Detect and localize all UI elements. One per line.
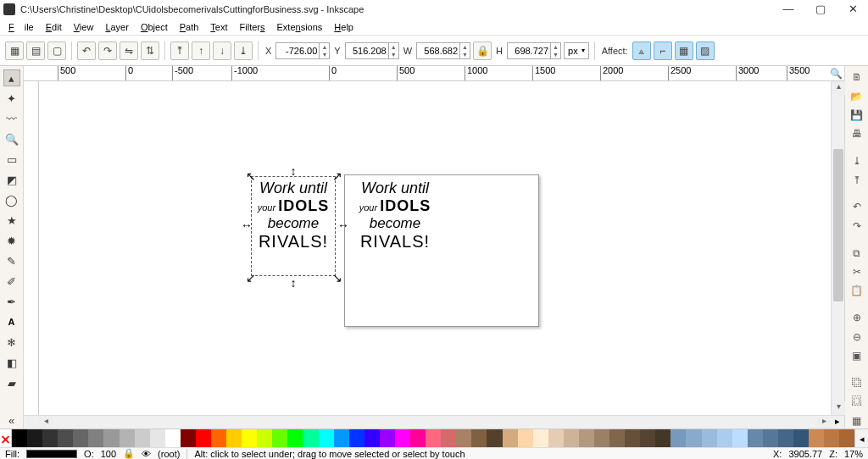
color-swatch[interactable] — [686, 429, 701, 447]
color-swatch[interactable] — [395, 429, 410, 447]
handle-se[interactable]: ↘ — [332, 273, 342, 283]
color-swatch[interactable] — [579, 429, 594, 447]
handle-sw[interactable]: ↙ — [246, 273, 256, 283]
palette-left-arrow[interactable]: « — [3, 412, 20, 429]
menu-path[interactable]: Path — [175, 20, 204, 34]
minimize-button[interactable]: — — [776, 2, 800, 17]
calligraphy-tool[interactable]: ✒ — [3, 293, 20, 310]
menu-file[interactable]: File — [3, 20, 39, 34]
color-swatch[interactable] — [226, 429, 242, 447]
color-swatch[interactable] — [824, 429, 839, 447]
color-swatch[interactable] — [88, 429, 103, 447]
new-doc-button[interactable]: 🗎 — [849, 69, 865, 85]
node-tool[interactable]: ✦ — [3, 90, 20, 107]
fill-swatch[interactable] — [26, 450, 77, 458]
undo-button[interactable]: ↶ — [849, 199, 865, 214]
selector-tool[interactable]: ▴ — [3, 69, 20, 86]
color-swatch[interactable] — [27, 429, 42, 447]
copy-button[interactable]: ⧉ — [849, 246, 865, 261]
color-swatch[interactable] — [471, 429, 487, 447]
select-all-layers-button[interactable]: ▤ — [26, 41, 45, 60]
color-swatch[interactable] — [319, 429, 334, 447]
color-swatch[interactable] — [42, 429, 58, 447]
color-swatch[interactable] — [809, 429, 824, 447]
color-swatch[interactable] — [640, 429, 655, 447]
h-input[interactable]: ▲▼ — [507, 42, 561, 59]
color-swatch[interactable] — [670, 429, 686, 447]
vertical-scrollbar[interactable]: ▴ ▾ — [831, 81, 844, 415]
color-swatch[interactable] — [364, 429, 380, 447]
maximize-button[interactable]: ▢ — [809, 2, 832, 17]
h-field[interactable] — [508, 43, 550, 58]
x-field[interactable] — [276, 43, 319, 58]
y-input[interactable]: ▲▼ — [345, 42, 399, 59]
scroll-thumb[interactable] — [833, 149, 843, 301]
menu-layer[interactable]: Layer — [100, 20, 134, 34]
spiral-tool[interactable]: ✹ — [3, 232, 20, 249]
deselect-button[interactable]: ▢ — [47, 41, 66, 60]
color-swatch[interactable] — [181, 429, 196, 447]
zoom-tool[interactable]: 🔍 — [3, 130, 20, 147]
zoom-out-button[interactable]: ⊖ — [849, 329, 865, 345]
ellipse-tool[interactable]: ◯ — [3, 191, 20, 208]
open-button[interactable]: 📂 — [849, 88, 865, 103]
color-swatch[interactable] — [518, 429, 533, 447]
color-swatch[interactable] — [257, 429, 272, 447]
color-swatch[interactable] — [793, 429, 809, 447]
rotate-ccw-button[interactable]: ↶ — [77, 41, 96, 60]
color-swatch[interactable] — [287, 429, 303, 447]
layer-lock-icon[interactable]: 🔒 — [123, 448, 135, 459]
color-swatch[interactable] — [594, 429, 609, 447]
menu-view[interactable]: View — [69, 20, 99, 34]
color-swatch[interactable] — [150, 429, 165, 447]
affect-gradient-button[interactable]: ▦ — [675, 41, 693, 60]
close-button[interactable]: ✕ — [841, 2, 865, 17]
color-swatch[interactable] — [58, 429, 73, 447]
color-swatch[interactable] — [702, 429, 717, 447]
menu-extensions[interactable]: Extensions — [272, 20, 328, 34]
palette-right-arrow[interactable]: ▸ — [831, 416, 844, 429]
color-swatch[interactable] — [196, 429, 211, 447]
menu-object[interactable]: Object — [136, 20, 173, 34]
color-swatch[interactable] — [548, 429, 564, 447]
color-swatch[interactable] — [211, 429, 226, 447]
tweak-tool[interactable]: 〰 — [3, 110, 20, 127]
save-button[interactable]: 💾 — [849, 108, 865, 123]
color-swatch[interactable] — [380, 429, 395, 447]
zoom-corner-icon[interactable]: 🔍 — [830, 68, 843, 80]
color-swatch[interactable] — [839, 429, 854, 447]
color-swatch[interactable] — [441, 429, 456, 447]
color-swatch[interactable] — [242, 429, 257, 447]
color-swatch[interactable] — [410, 429, 426, 447]
unit-select[interactable]: px▾ — [564, 42, 589, 59]
artwork-instance-2[interactable]: Work until your IDOLS become RIVALS! — [354, 180, 436, 252]
group-button[interactable]: ▦ — [849, 413, 865, 429]
lock-aspect-button[interactable]: 🔒 — [473, 41, 492, 60]
zoom-value[interactable]: 17% — [844, 449, 863, 459]
paste-button[interactable]: 📋 — [849, 283, 865, 298]
layer-indicator[interactable]: (root) — [158, 449, 180, 459]
redo-button[interactable]: ↷ — [849, 218, 865, 234]
color-swatch[interactable] — [103, 429, 119, 447]
handle-e[interactable]: ↔ — [337, 220, 348, 230]
affect-pattern-button[interactable]: ▨ — [696, 41, 715, 60]
color-swatch[interactable] — [748, 429, 763, 447]
opacity-value[interactable]: 100 — [101, 449, 116, 459]
affect-stroke-button[interactable]: ⟁ — [632, 41, 651, 60]
handle-n[interactable]: ↕ — [288, 166, 298, 176]
color-swatch[interactable] — [120, 429, 135, 447]
color-swatch[interactable] — [503, 429, 518, 447]
palette-menu-button[interactable]: ◂ — [854, 429, 868, 447]
menu-help[interactable]: Help — [329, 20, 359, 34]
scroll-left-button[interactable]: ◂ — [39, 416, 53, 429]
flip-v-button[interactable]: ⇅ — [141, 41, 159, 60]
w-field[interactable] — [417, 43, 459, 58]
color-swatch[interactable] — [165, 429, 181, 447]
zoom-in-button[interactable]: ⊕ — [849, 310, 865, 325]
print-button[interactable]: 🖶 — [849, 126, 865, 141]
color-swatch[interactable] — [625, 429, 640, 447]
color-swatch[interactable] — [533, 429, 548, 447]
color-swatch[interactable] — [12, 429, 27, 447]
scroll-down-button[interactable]: ▾ — [832, 401, 845, 415]
star-tool[interactable]: ★ — [3, 212, 20, 229]
